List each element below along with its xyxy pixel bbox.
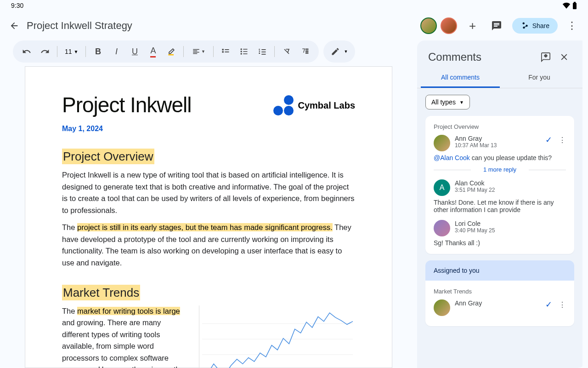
comment-more-menu[interactable]: ⋮: [559, 300, 566, 309]
redo-button[interactable]: [37, 43, 53, 60]
svg-rect-0: [573, 3, 577, 9]
more-replies-link[interactable]: 1 more reply: [434, 166, 566, 173]
numbered-list-button[interactable]: [254, 43, 271, 60]
filter-comment-types[interactable]: All types ▼: [425, 95, 470, 109]
chevron-down-icon: ▼: [344, 49, 348, 54]
tab-for-you[interactable]: For you: [500, 68, 579, 88]
share-button[interactable]: Share: [512, 18, 558, 34]
comment-thread-2[interactable]: Market Trends Ann Gray ✓ ⋮: [425, 281, 574, 326]
toolbar-main: 11 ▼ B I U A ▼: [13, 40, 319, 63]
collaborator-avatar-1[interactable]: [420, 17, 437, 34]
underline-button[interactable]: U: [126, 43, 143, 60]
comment-more-menu[interactable]: ⋮: [559, 136, 566, 144]
status-time: 9:30: [11, 2, 23, 9]
share-icon: [520, 22, 529, 30]
doc-h1: Project Inkwell: [62, 92, 192, 117]
wifi-icon: [562, 2, 571, 9]
resolve-comment-button[interactable]: ✓: [545, 135, 552, 145]
comments-panel: Comments All comments For you All types …: [417, 40, 582, 368]
more-menu[interactable]: ⋮: [565, 20, 579, 32]
overview-paragraph-2: The project is still in its early stages…: [62, 222, 355, 269]
document-page[interactable]: Project Inkwell Cymbal Labs May 1, 2024 …: [25, 66, 392, 368]
chevron-down-icon: ▼: [459, 100, 464, 105]
svg-point-5: [241, 53, 242, 54]
commenter-avatar: [434, 299, 450, 316]
document-title[interactable]: Project Inkwell Strategy: [27, 20, 413, 32]
doc-date: May 1, 2024: [62, 125, 355, 133]
bold-button[interactable]: B: [90, 43, 106, 60]
comment-thread-1[interactable]: Project Overview Ann Gray 10:37 AM Mar 1…: [425, 116, 574, 254]
clear-formatting-button[interactable]: [278, 43, 295, 60]
tab-all-comments[interactable]: All comments: [421, 68, 500, 88]
commenter-avatar: A: [434, 179, 450, 196]
undo-button[interactable]: [18, 43, 35, 60]
comment-section-ref: Project Overview: [434, 123, 566, 130]
highlighted-text: project is still in its early stages, bu…: [77, 223, 333, 231]
pencil-icon: [331, 47, 340, 56]
paragraph-styles-button[interactable]: [297, 43, 313, 60]
svg-rect-2: [169, 54, 174, 56]
commenter-name: Ann Gray: [455, 135, 497, 142]
add-collaborator-button[interactable]: +: [464, 17, 481, 34]
close-comments-button[interactable]: [557, 50, 571, 64]
comment-body: @Alan Cook can you please update this?: [434, 154, 566, 161]
open-comments-button[interactable]: [488, 17, 505, 34]
commenter-avatar: [434, 135, 450, 151]
comment-time: 10:37 AM Mar 13: [455, 142, 497, 149]
bulleted-list-button[interactable]: [236, 43, 252, 60]
resolve-comment-button[interactable]: ✓: [545, 299, 552, 310]
overview-paragraph-1: Project Inkwell is a new type of writing…: [62, 169, 355, 216]
checklist-button[interactable]: [217, 43, 234, 60]
comment-body: Thanks! Done. Let me know if there is an…: [434, 199, 566, 213]
font-size-select[interactable]: 11 ▼: [61, 48, 82, 55]
italic-button[interactable]: I: [108, 43, 124, 60]
status-right: [562, 2, 577, 9]
svg-rect-1: [574, 2, 576, 3]
toolbar-edit-mode[interactable]: ▼: [323, 40, 355, 63]
comment-section-ref: Market Trends: [434, 288, 566, 295]
text-color-button[interactable]: A: [145, 43, 161, 60]
new-comment-button[interactable]: [538, 50, 553, 64]
share-label: Share: [532, 22, 549, 29]
comment-time: 3:51 PM May 22: [455, 187, 495, 193]
back-button[interactable]: [9, 21, 19, 31]
section-heading-overview: Project Overview: [62, 149, 154, 164]
commenter-avatar: [434, 220, 450, 236]
svg-point-3: [241, 48, 242, 50]
commenter-name: Alan Cook: [455, 179, 495, 187]
highlighted-text: market for writing tools is large: [77, 307, 180, 315]
market-paragraph: The market for writing tools is large an…: [62, 305, 188, 368]
align-button[interactable]: ▼: [187, 43, 209, 60]
battery-icon: [572, 2, 577, 9]
comments-title: Comments: [428, 51, 535, 63]
trend-chart: [199, 305, 355, 368]
comment-body: Sg! Thanks all :): [434, 239, 566, 247]
chevron-down-icon: ▼: [74, 49, 79, 54]
highlight-color-button[interactable]: [163, 43, 180, 60]
font-size-value: 11: [65, 48, 72, 55]
commenter-name: Lori Cole: [455, 220, 495, 227]
brand-logo: Cymbal Labs: [273, 95, 355, 115]
assigned-to-you-header: Assigned to you: [425, 260, 574, 281]
comment-time: 3:40 PM May 25: [455, 227, 495, 234]
commenter-name: Ann Gray: [455, 299, 482, 307]
svg-point-4: [241, 51, 242, 52]
section-heading-market: Market Trends: [62, 285, 140, 300]
collaborator-avatar-2[interactable]: [441, 17, 457, 34]
mention[interactable]: @Alan Cook: [434, 154, 470, 161]
